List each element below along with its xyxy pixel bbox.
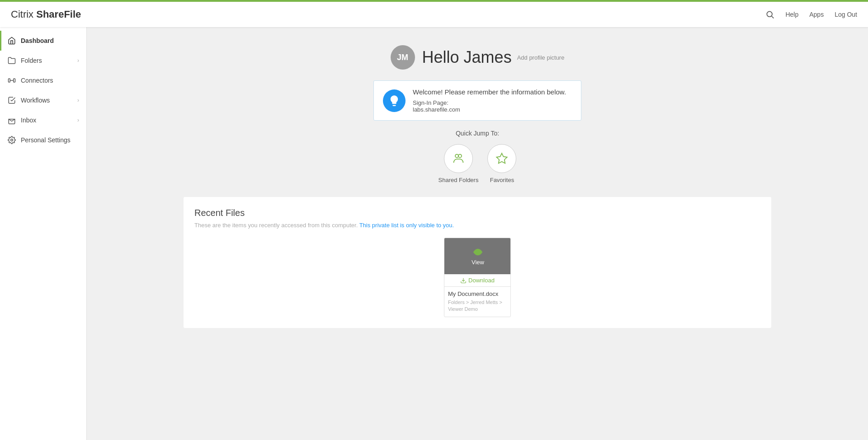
logo: Citrix ShareFile: [11, 9, 81, 20]
sidebar-item-dashboard[interactable]: Dashboard: [0, 31, 86, 51]
svg-point-0: [767, 11, 773, 17]
home-icon: [7, 36, 16, 45]
sidebar-label-workflows: Workflows: [21, 97, 50, 104]
topbar-right: Help Apps Log Out: [765, 10, 857, 19]
download-label: Download: [468, 277, 495, 284]
download-link[interactable]: Download: [448, 277, 507, 284]
sidebar-label-personal-settings: Personal Settings: [21, 136, 71, 144]
file-name: My Document.docx: [448, 290, 507, 297]
sidebar-label-dashboard: Dashboard: [21, 37, 54, 44]
brand-sharefile: ShareFile: [36, 9, 81, 20]
sidebar-label-connectors: Connectors: [21, 77, 53, 84]
file-path: Folders > Jerred Metts > Viewer Demo: [448, 299, 507, 313]
recent-files-description: These are the items you recently accesse…: [194, 222, 760, 229]
svg-point-7: [458, 154, 462, 158]
welcome-section: JM Hello James Add profile picture Welco…: [96, 45, 859, 183]
svg-point-5: [11, 139, 13, 141]
recent-files-title: Recent Files: [194, 208, 760, 218]
svg-rect-3: [14, 79, 15, 82]
signin-label: Sign-In Page:: [413, 99, 566, 106]
file-info: My Document.docx Folders > Jerred Metts …: [444, 287, 510, 317]
file-thumbnail: View: [444, 238, 511, 274]
connectors-icon: [7, 76, 16, 85]
file-cards: View Download My Docume: [194, 238, 760, 317]
quick-jump-favorites[interactable]: Favorites: [487, 144, 516, 183]
sidebar-item-connectors[interactable]: Connectors: [0, 70, 86, 90]
view-label: View: [472, 259, 484, 266]
download-icon: [460, 277, 467, 284]
info-box: Welcome! Please remember the information…: [373, 80, 581, 121]
file-download-area[interactable]: Download: [444, 274, 510, 287]
svg-marker-8: [497, 153, 507, 163]
shared-folders-label: Shared Folders: [439, 177, 479, 183]
file-card[interactable]: View Download My Docume: [444, 238, 511, 317]
recent-files-desc-part2: This private list is only visible to you…: [359, 222, 454, 229]
signin-url: labs.sharefile.com: [413, 106, 566, 113]
recent-files-section: Recent Files These are the items you rec…: [184, 197, 771, 328]
quick-jump-shared-folders[interactable]: Shared Folders: [439, 144, 479, 183]
chevron-right-icon: ›: [77, 97, 79, 103]
user-greeting: JM Hello James Add profile picture: [391, 45, 565, 70]
quick-jump-section: Quick Jump To: Shared Folders: [439, 130, 517, 183]
inbox-icon: [7, 116, 16, 125]
chevron-right-icon: ›: [77, 117, 79, 123]
logout-link[interactable]: Log Out: [835, 11, 857, 18]
topbar: Citrix ShareFile Help Apps Log Out: [0, 0, 868, 27]
apps-link[interactable]: Apps: [809, 11, 824, 18]
svg-line-1: [772, 16, 774, 19]
workflows-icon: [7, 96, 16, 105]
svg-rect-2: [9, 79, 10, 82]
chevron-right-icon: ›: [77, 57, 79, 64]
sidebar: Dashboard Folders › Connectors: [0, 27, 87, 440]
favorites-icon-circle: [487, 144, 516, 173]
recent-files-desc-part1: These are the items you recently accesse…: [194, 222, 358, 229]
svg-point-9: [476, 251, 479, 253]
avatar: JM: [391, 45, 415, 70]
sidebar-item-personal-settings[interactable]: Personal Settings: [0, 130, 86, 150]
add-profile-link[interactable]: Add profile picture: [517, 54, 565, 61]
layout: Dashboard Folders › Connectors: [0, 27, 868, 440]
greeting-text: Hello James Add profile picture: [422, 48, 565, 67]
sidebar-label-inbox: Inbox: [21, 117, 36, 124]
quick-jump-label: Quick Jump To:: [456, 130, 499, 137]
shared-folders-icon-circle: [444, 144, 473, 173]
lightbulb-icon: [383, 89, 406, 112]
main-content: JM Hello James Add profile picture Welco…: [87, 27, 868, 440]
sidebar-item-inbox[interactable]: Inbox ›: [0, 110, 86, 130]
info-text: Welcome! Please remember the information…: [413, 88, 566, 113]
eye-icon: [473, 247, 483, 257]
help-link[interactable]: Help: [785, 11, 798, 18]
brand-citrix: Citrix: [11, 9, 33, 20]
quick-jump-buttons: Shared Folders Favorites: [439, 144, 517, 183]
sidebar-item-workflows[interactable]: Workflows ›: [0, 90, 86, 110]
greeting-name: Hello James: [422, 48, 512, 67]
settings-icon: [7, 136, 16, 145]
search-icon[interactable]: [765, 10, 774, 19]
sidebar-label-folders: Folders: [21, 57, 42, 64]
sidebar-item-folders[interactable]: Folders ›: [0, 51, 86, 70]
info-title: Welcome! Please remember the information…: [413, 88, 566, 96]
svg-point-6: [455, 154, 458, 158]
folder-icon: [7, 56, 16, 65]
favorites-label: Favorites: [490, 177, 514, 183]
